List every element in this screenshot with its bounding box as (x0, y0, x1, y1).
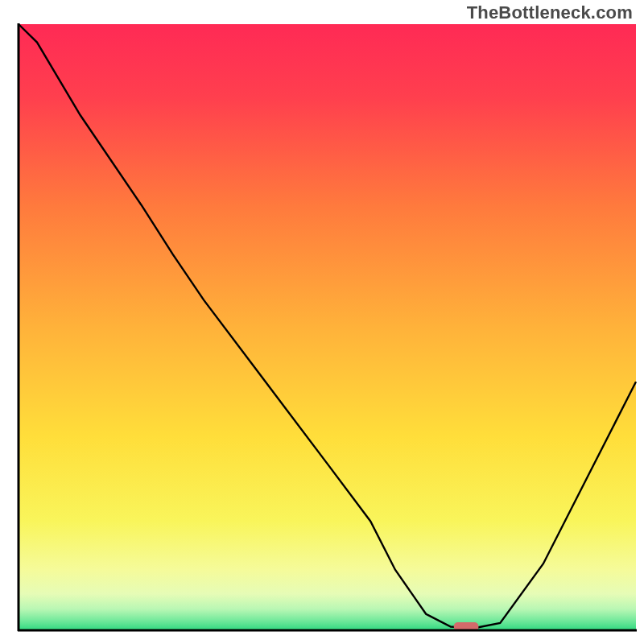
chart-container: TheBottleneck.com (0, 0, 644, 644)
plot-background (19, 24, 636, 630)
bottleneck-chart (0, 0, 644, 644)
